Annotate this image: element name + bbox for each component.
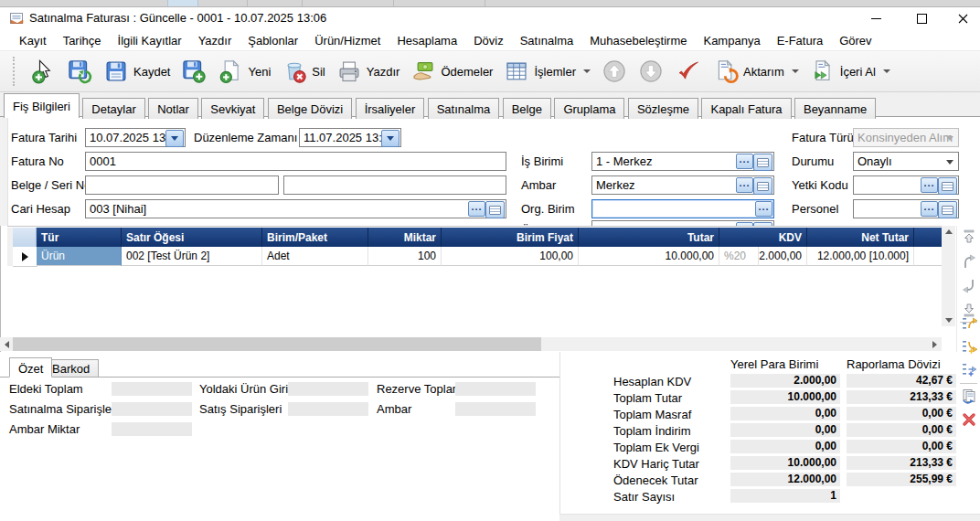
grid-header-net-tutar[interactable]: Net Tutar	[807, 228, 914, 247]
row-selector[interactable]	[13, 247, 37, 267]
menu-urun-hizmet[interactable]: Ürün/Hizmet	[306, 32, 389, 49]
horizontal-scroll-thumb[interactable]	[13, 337, 541, 351]
is-birimi-input[interactable]: ...	[591, 152, 774, 171]
cell-kdv[interactable]: 2.000,00	[759, 247, 807, 266]
delete-row-button[interactable]	[960, 410, 978, 429]
personel-detail-button[interactable]	[938, 201, 957, 218]
fatura-no-input[interactable]	[85, 152, 506, 171]
org-birim-lookup-button[interactable]: ...	[755, 201, 772, 217]
cell-tutar[interactable]: 10.000,00	[579, 247, 719, 266]
grid-header-satir-ogesi[interactable]: Satır Öğesi	[122, 228, 262, 247]
move-up-button-rail[interactable]	[960, 252, 978, 271]
seri-no-input[interactable]	[283, 175, 506, 195]
tab-irsaliyeler[interactable]: İrsaliyeler	[356, 98, 425, 119]
tab-sozlesme[interactable]: Sözleşme	[628, 98, 698, 119]
tab-kapali-fatura[interactable]: Kapalı Fatura	[701, 98, 791, 119]
maximize-button[interactable]	[906, 7, 937, 30]
cell-birim-fiyat[interactable]: 100,00	[442, 247, 579, 266]
menu-ilgili-kayitlar[interactable]: İlgili Kayıtlar	[110, 32, 190, 49]
duzenleme-zamani-dropdown-button[interactable]	[381, 130, 399, 147]
is-birimi-lookup-button[interactable]: ...	[736, 154, 753, 169]
cari-hesap-detail-button[interactable]	[485, 201, 505, 218]
minimize-button[interactable]	[860, 7, 891, 30]
cari-hesap-lookup-button[interactable]: ...	[468, 201, 485, 217]
personel-lookup-button[interactable]: ...	[921, 201, 938, 217]
ambar-input[interactable]: ...	[591, 175, 774, 195]
yetki-kodu-lookup-button[interactable]: ...	[921, 177, 938, 193]
tab-sevkiyat[interactable]: Sevkiyat	[201, 98, 264, 119]
add-record-button[interactable]	[25, 56, 61, 87]
save-button[interactable]: Kaydet	[98, 56, 176, 87]
grid-header-miktar[interactable]: Miktar	[368, 228, 442, 247]
toolbar-grip[interactable]	[13, 57, 17, 86]
transfer-button[interactable]: Aktarım	[708, 56, 804, 87]
close-button[interactable]	[947, 7, 978, 30]
menu-gorev[interactable]: Görev	[831, 32, 879, 49]
menu-sablonlar[interactable]: Şablonlar	[240, 32, 306, 49]
belge-no-input[interactable]	[85, 175, 279, 195]
cell-miktar[interactable]: 100	[368, 247, 442, 266]
approve-button[interactable]	[669, 56, 708, 87]
grid-header-birim-fiyat[interactable]: Birim Fiyat	[442, 228, 579, 247]
payments-button[interactable]: Ödemeler	[405, 56, 498, 87]
is-birimi-detail-button[interactable]	[753, 154, 772, 171]
tab-gruplama[interactable]: Gruplama	[554, 98, 624, 119]
tab-satinalma[interactable]: Satınalma	[428, 98, 500, 119]
menu-yazdir[interactable]: Yazdır	[190, 32, 240, 49]
tab-fis-bilgileri[interactable]: Fiş Bilgileri	[4, 93, 80, 118]
scroll-down-button[interactable]	[942, 314, 955, 326]
move-down-button[interactable]	[633, 56, 669, 87]
insert-row-down-button[interactable]	[960, 337, 978, 356]
scroll-right-button[interactable]	[928, 338, 941, 350]
copy-rows-button[interactable]	[960, 387, 978, 405]
fatura-tarihi-input[interactable]: 10.07.2025 13:06	[85, 128, 186, 147]
menu-e-fatura[interactable]: E-Fatura	[769, 32, 832, 49]
ambar-lookup-button[interactable]: ...	[736, 177, 753, 193]
cell-satir-ogesi[interactable]: 002 [Test Ürün 2]	[122, 247, 262, 266]
save-new-button[interactable]	[176, 56, 212, 87]
tab-beyanname[interactable]: Beyanname	[794, 98, 876, 119]
duzenleme-zamani-input[interactable]: 11.07.2025 13:06	[299, 128, 401, 147]
menu-doviz[interactable]: Döviz	[465, 32, 512, 49]
yetki-kodu-input[interactable]: ...	[853, 175, 959, 195]
scroll-up-button[interactable]	[942, 226, 955, 238]
cell-birim-paket[interactable]: Adet	[262, 247, 368, 266]
menu-kampanya[interactable]: Kampanya	[695, 32, 768, 49]
fatura-turu-select[interactable]: Konsinyeden Alım	[853, 128, 959, 147]
tab-belge[interactable]: Belge	[503, 98, 551, 119]
ambar-detail-button[interactable]	[753, 177, 772, 195]
org-birim-input[interactable]: ...	[591, 199, 774, 218]
grid-header-tutar[interactable]: Tutar	[579, 228, 719, 247]
cell-tur[interactable]: Ürün	[37, 247, 122, 266]
move-down-button-rail[interactable]	[960, 277, 978, 295]
tab-belge-dovizi[interactable]: Belge Dövizi	[268, 98, 352, 119]
delete-button[interactable]: Sil	[276, 56, 330, 87]
scroll-left-button[interactable]	[0, 338, 13, 350]
new-button[interactable]: Yeni	[212, 56, 276, 87]
import-button[interactable]: İçeri Al	[804, 56, 896, 87]
fatura-tarihi-dropdown-button[interactable]	[165, 130, 184, 147]
move-up-button[interactable]	[596, 56, 633, 87]
save-refresh-button[interactable]	[61, 56, 98, 87]
personel-input[interactable]: ...	[853, 199, 959, 218]
menu-kayit[interactable]: Kayıt	[11, 32, 55, 49]
menu-muhasebelestirme[interactable]: Muhasebeleştirme	[581, 32, 695, 49]
menu-tarihce[interactable]: Tarihçe	[55, 32, 110, 49]
yetki-kodu-detail-button[interactable]	[938, 177, 957, 195]
grid-vertical-scrollbar[interactable]	[942, 226, 955, 326]
move-top-button[interactable]	[960, 228, 978, 246]
tab-notlar[interactable]: Notlar	[148, 98, 198, 119]
insert-row-up-button[interactable]	[960, 314, 978, 333]
grid-horizontal-scrollbar[interactable]	[0, 337, 942, 351]
grid-header-birim-paket[interactable]: Birim/Paket	[262, 228, 368, 247]
tab-ozet[interactable]: Özet	[9, 357, 52, 377]
grid-header-tur[interactable]: Tür	[37, 228, 122, 247]
tab-detaylar[interactable]: Detaylar	[82, 98, 144, 119]
operations-button[interactable]: İşlemler	[498, 56, 596, 87]
cell-net-tutar[interactable]: 12.000,00 [10.000]	[807, 247, 914, 266]
print-button[interactable]: Yazdır	[331, 56, 406, 87]
grid-header-kdv[interactable]: KDV	[719, 228, 807, 247]
cell-kdv-orani[interactable]: %20	[719, 247, 759, 266]
cari-hesap-input[interactable]: ...	[85, 199, 506, 218]
menu-hesaplama[interactable]: Hesaplama	[389, 32, 465, 49]
